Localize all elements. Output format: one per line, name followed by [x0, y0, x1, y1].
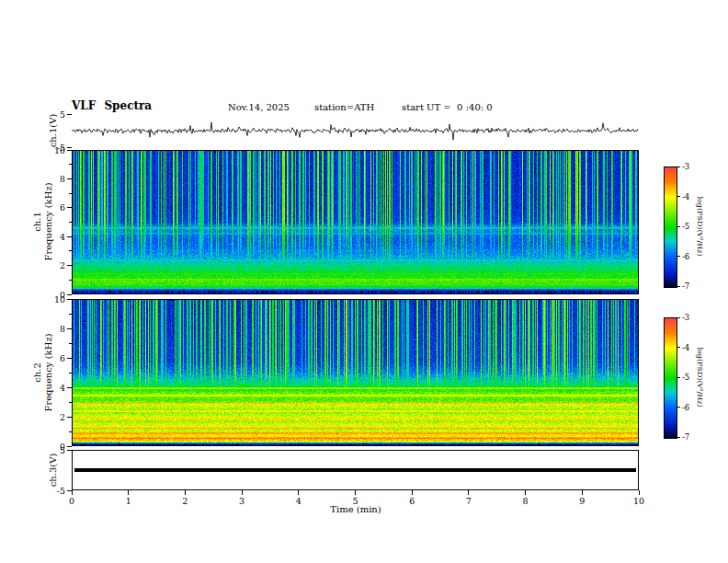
x-tick-mark: [355, 490, 356, 495]
figure-start-ut: start UT = 0 :40: 0: [402, 102, 493, 112]
y-minor-tick-mark: [69, 250, 72, 251]
figure-station: station=ATH: [314, 102, 374, 112]
y-minor-tick-mark: [69, 164, 72, 165]
colorbar-tick-label: -3: [682, 314, 689, 322]
y-tick-mark: [67, 299, 72, 300]
colorbar-ch1: [664, 167, 677, 288]
y-tick-mark: [67, 207, 72, 208]
colorbar-tick-mark: [677, 407, 680, 408]
colorbar-tick-label: -6: [682, 404, 689, 412]
x-tick-mark: [525, 490, 526, 495]
colorbar-tick-mark: [677, 286, 680, 287]
colorbar-ch1-label: log(PSD)(V²/Hz): [696, 196, 704, 256]
y-minor-tick-mark: [69, 222, 72, 223]
figure-title: VLF Spectra: [72, 99, 152, 112]
y-tick-mark: [67, 358, 72, 359]
y-tick-label: 5: [45, 110, 65, 120]
y-tick-mark: [67, 265, 72, 266]
y-tick-label: 6: [45, 203, 65, 213]
colorbar-tick-mark: [677, 317, 680, 318]
y-tick-mark: [67, 446, 72, 447]
y-tick-mark: [67, 114, 72, 115]
y-tick-mark: [67, 417, 72, 418]
colorbar-tick-label: -4: [682, 193, 689, 201]
x-tick-label: 5: [352, 497, 358, 506]
x-tick-mark: [185, 490, 186, 495]
colorbar-tick-label: -7: [682, 433, 689, 442]
x-tick-label: 7: [466, 497, 472, 506]
x-tick-label: 6: [409, 497, 415, 506]
colorbar-ch2-label: log(PSD)(V²/Hz): [696, 347, 704, 407]
y-tick-label: 8: [45, 175, 65, 184]
y-tick-mark: [67, 328, 72, 329]
ch2-spectrogram-canvas: [73, 300, 638, 445]
y-minor-tick-mark: [69, 373, 72, 373]
colorbar-tick-mark: [677, 196, 680, 197]
x-tick-mark: [128, 490, 129, 495]
y-tick-label: 4: [45, 384, 65, 393]
colorbar-tick-mark: [677, 256, 680, 257]
y-minor-tick-mark: [69, 343, 72, 344]
x-tick-mark: [412, 490, 413, 495]
y-minor-tick-mark: [69, 402, 72, 403]
y-minor-tick-mark: [69, 431, 72, 432]
x-tick-label: 3: [239, 497, 245, 506]
y-tick-label: 8: [45, 325, 65, 334]
x-tick-mark: [582, 490, 583, 495]
ch3-waveform-panel: [72, 450, 639, 490]
colorbar-tick-label: -5: [682, 373, 689, 382]
colorbar-tick-mark: [677, 377, 680, 378]
x-tick-label: 8: [523, 497, 529, 506]
ch2-spectrogram-panel: [72, 299, 639, 446]
x-tick-mark: [242, 490, 243, 495]
y-tick-mark: [67, 178, 72, 179]
y-tick-label: 4: [45, 233, 65, 242]
y-tick-label: -5: [45, 487, 65, 496]
colorbar-ch2: [664, 317, 677, 439]
colorbar-tick-mark: [677, 437, 680, 438]
y-tick-mark: [67, 294, 72, 295]
colorbar-tick-label: -7: [682, 282, 689, 291]
x-tick-label: 4: [296, 497, 301, 506]
y-tick-mark: [67, 236, 72, 237]
colorbar-tick-label: -3: [682, 163, 689, 171]
y-tick-label: 6: [45, 354, 65, 363]
ch2-label-line2: Frequency (kHz): [42, 333, 53, 411]
x-tick-mark: [639, 490, 640, 495]
vlf-spectra-figure: VLF Spectra Nov.14, 2025 station=ATH sta…: [0, 0, 728, 563]
y-tick-label: 2: [45, 261, 65, 270]
y-tick-label: 10: [45, 295, 65, 304]
y-tick-mark: [67, 150, 72, 151]
x-tick-label: 10: [633, 497, 644, 506]
y-minor-tick-mark: [69, 314, 72, 315]
y-tick-label: 5: [45, 446, 65, 455]
x-tick-label: 0: [69, 497, 74, 506]
y-tick-label: 2: [45, 413, 65, 422]
colorbar-tick-label: -5: [682, 223, 689, 231]
ch2-label-line1: ch.2: [32, 333, 43, 411]
ch1-waveform-panel: [72, 114, 639, 147]
ch3-voltage-axis-label: ch.3(V): [48, 454, 58, 488]
y-tick-mark: [67, 450, 72, 451]
y-tick-mark: [67, 387, 72, 388]
y-minor-tick-mark: [69, 193, 72, 194]
x-tick-label: 1: [126, 497, 131, 506]
ch1-label-line1: ch.1: [32, 182, 43, 260]
ch1-label-line2: Frequency (kHz): [42, 182, 53, 260]
colorbar-tick-mark: [677, 167, 680, 167]
colorbar-tick-label: -4: [682, 344, 689, 352]
colorbar-tick-mark: [677, 347, 680, 348]
ch3-waveform-canvas: [73, 451, 638, 489]
x-tick-mark: [298, 490, 299, 495]
ch1-frequency-axis-label: ch.1 Frequency (kHz): [32, 182, 53, 260]
figure-date: Nov.14, 2025: [228, 102, 290, 112]
ch1-spectrogram-canvas: [73, 151, 638, 293]
colorbar-tick-label: -6: [682, 253, 689, 261]
y-tick-mark: [67, 147, 72, 148]
colorbar-tick-mark: [677, 226, 680, 227]
ch1-waveform-canvas: [72, 114, 639, 147]
ch1-spectrogram-panel: [72, 150, 639, 294]
x-tick-label: 9: [579, 497, 585, 506]
ch2-frequency-axis-label: ch.2 Frequency (kHz): [32, 333, 53, 411]
x-tick-mark: [468, 490, 469, 495]
